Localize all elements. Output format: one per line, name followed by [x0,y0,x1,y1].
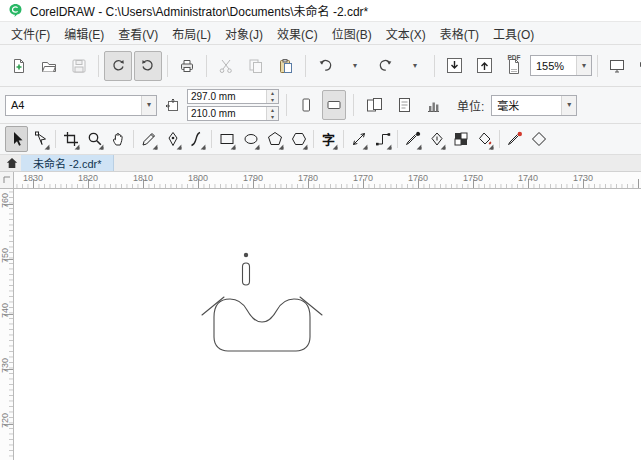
menu-effects[interactable]: 效果(C) [270,22,325,45]
ruler-number: 1770 [353,173,373,183]
vertical-ruler[interactable]: 760 750 740 730 720 [0,189,14,460]
spinner-steps[interactable]: ▴ ▾ [266,107,278,120]
pan-tool[interactable] [107,126,130,152]
page-width-spinner[interactable]: 297.0 mm ▴ ▾ [187,89,279,104]
polygon-icon [267,131,283,147]
ellipse-tool[interactable] [239,126,262,152]
sync-content-button[interactable] [134,51,162,81]
units-dropdown-button[interactable]: ▾ [561,96,576,115]
polygon-tool[interactable] [263,126,286,152]
crop-tool[interactable] [59,126,82,152]
page-size-spinners: 297.0 mm ▴ ▾ 210.0 mm ▴ ▾ [187,89,279,121]
toolbar-separator [286,94,287,116]
drawing-i-dot [244,253,248,257]
fill-bucket-icon [477,131,493,147]
cut-button[interactable] [212,51,240,81]
toolbox-separator [211,130,212,148]
show-rulers-button[interactable] [633,51,641,81]
coreldraw-logo-icon [8,3,23,18]
chevron-down-icon: ▾ [413,62,417,70]
ruler-origin-corner[interactable] [0,172,14,189]
cut-icon [218,58,234,74]
hand-icon [111,131,127,147]
toolbar-separator [305,55,306,77]
page-height-spinner[interactable]: 210.0 mm ▴ ▾ [187,106,279,121]
bezier-tool[interactable] [161,126,184,152]
document-tab[interactable]: 未命名 -2.cdr* [21,155,114,171]
cloud-download-icon [110,58,126,74]
freehand-tool[interactable] [137,126,160,152]
toolbar-separator [98,55,99,77]
chevron-down-icon: ▾ [567,101,571,109]
open-document-button[interactable] [35,51,63,81]
menu-view[interactable]: 查看(V) [111,22,165,45]
spin-down-icon[interactable]: ▾ [267,114,278,121]
color-eyedropper-tool[interactable] [503,126,526,152]
spinner-steps[interactable]: ▴ ▾ [266,90,278,103]
redo-button[interactable] [371,51,399,81]
units-label: 单位: [457,97,484,114]
zoom-tool[interactable] [83,126,106,152]
print-button[interactable] [173,51,201,81]
get-content-button[interactable] [104,51,132,81]
eyedropper-icon [405,131,421,147]
toolbox: 字 [0,124,641,155]
preset-dropdown-button[interactable]: ▾ [141,96,156,115]
export-button[interactable] [470,51,498,81]
new-document-button[interactable] [5,51,33,81]
menu-object[interactable]: 对象(J) [218,22,270,45]
pick-tool[interactable] [5,126,28,152]
menu-edit[interactable]: 编辑(E) [57,22,111,45]
drawing-i-stem [243,263,250,285]
import-icon [446,57,463,74]
portrait-orientation-button[interactable] [294,90,318,120]
publish-to-pdf-button[interactable]: PDF [500,51,528,81]
shape-tool[interactable] [29,126,52,152]
artistic-media-tool[interactable] [185,126,208,152]
redo-flyout-button[interactable]: ▾ [401,51,429,81]
menu-text[interactable]: 文本(X) [379,22,433,45]
units-combobox[interactable]: 毫米 ▾ [491,95,577,116]
zoom-level-combobox[interactable]: 155% ▾ [530,55,592,76]
units-value: 毫米 [492,97,561,113]
zoom-dropdown-button[interactable]: ▾ [576,56,591,75]
menu-table[interactable]: 表格(T) [433,22,486,45]
interactive-fill-tool[interactable] [473,126,496,152]
ruler-number: 1820 [78,173,98,183]
undo-flyout-button[interactable]: ▾ [341,51,369,81]
bar-scale-icon [426,98,441,113]
menu-file[interactable]: 文件(F) [4,22,57,45]
fullscreen-preview-button[interactable] [603,51,631,81]
all-pages-button[interactable] [361,90,387,120]
pattern-fill-tool[interactable] [449,126,472,152]
import-button[interactable] [440,51,468,81]
basic-shapes-tool[interactable] [287,126,310,152]
rectangle-tool[interactable] [215,126,238,152]
copy-button[interactable] [242,51,270,81]
menu-tools[interactable]: 工具(O) [486,22,541,45]
current-page-button[interactable] [391,90,417,120]
eyedropper-tool[interactable] [401,126,424,152]
property-bar: A4 ▾ 297.0 mm ▴ ▾ 210.0 mm ▴ ▾ [0,87,641,124]
connector-tool[interactable] [371,126,394,152]
dimension-tool[interactable] [347,126,370,152]
undo-button[interactable] [311,51,339,81]
page-preset-combobox[interactable]: A4 ▾ [5,95,157,116]
text-tool[interactable]: 字 [317,126,340,152]
save-button[interactable] [65,51,93,81]
smart-fill-tool[interactable] [527,126,550,152]
outline-pen-tool[interactable] [425,126,448,152]
toolbar-separator [353,94,354,116]
spin-down-icon[interactable]: ▾ [267,97,278,104]
menu-bitmaps[interactable]: 位图(B) [325,22,379,45]
landscape-orientation-button[interactable] [322,90,346,120]
drawing-canvas[interactable] [14,189,641,460]
chevron-down-icon: ▾ [353,62,357,70]
welcome-screen-button[interactable] [3,155,21,171]
crop-icon [63,131,79,147]
ruler-number: 730 [0,358,12,373]
drawing-scale-button[interactable] [421,90,445,120]
paste-button[interactable] [272,51,300,81]
horizontal-ruler[interactable]: 1830 1820 1810 1800 1790 1780 1770 1760 … [14,172,641,189]
menu-layout[interactable]: 布局(L) [165,22,218,45]
